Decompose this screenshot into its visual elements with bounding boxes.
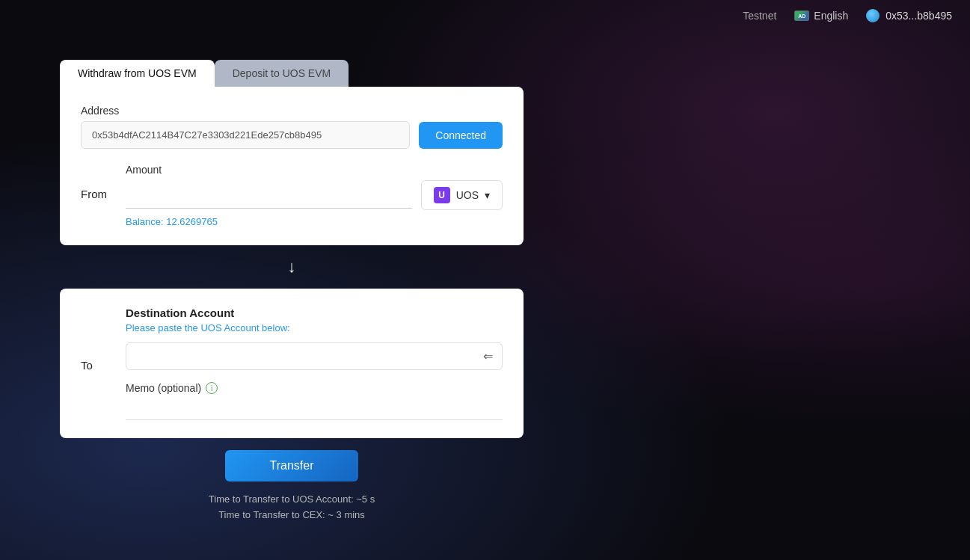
main-content: Withdraw from UOS EVM Deposit to UOS EVM… xyxy=(60,60,524,523)
address-label: Address xyxy=(81,105,503,117)
language-label: English xyxy=(814,10,848,22)
arrow-down: ↓ xyxy=(60,245,524,289)
from-content: Amount U UOS ▾ Balance: 12.6269765 xyxy=(126,164,503,227)
language-icon: AD xyxy=(794,10,809,21)
memo-input[interactable] xyxy=(126,399,503,420)
tab-withdraw[interactable]: Withdraw from UOS EVM xyxy=(60,60,215,87)
transfer-button[interactable]: Transfer xyxy=(225,450,359,481)
wallet-address[interactable]: 0x53...b8b495 xyxy=(866,9,952,22)
network-label: Testnet xyxy=(743,10,776,22)
dest-title: Destination Account xyxy=(126,307,503,319)
info-icon[interactable]: i xyxy=(206,382,218,394)
address-input[interactable] xyxy=(81,121,410,149)
tab-bar: Withdraw from UOS EVM Deposit to UOS EVM xyxy=(60,60,524,87)
to-label: To xyxy=(81,307,126,420)
from-label: From xyxy=(81,164,126,227)
wallet-address-text: 0x53...b8b495 xyxy=(885,10,952,22)
amount-row: U UOS ▾ xyxy=(126,180,503,210)
address-row: Connected xyxy=(81,121,503,149)
connected-button[interactable]: Connected xyxy=(419,122,503,149)
time-cex-text: Time to Transfer to CEX: ~ 3 mins xyxy=(209,508,375,523)
amount-label: Amount xyxy=(126,164,503,176)
token-selector[interactable]: U UOS ▾ xyxy=(421,180,503,210)
from-section: From Amount U UOS ▾ Balance: 12.6269765 xyxy=(81,164,503,227)
from-card: Address Connected From Amount U UOS ▾ xyxy=(60,87,524,245)
to-card: To Destination Account Please paste the … xyxy=(60,289,524,438)
top-nav: Testnet AD English 0x53...b8b495 xyxy=(725,0,970,31)
to-content: Destination Account Please paste the UOS… xyxy=(126,307,503,420)
balance-text: Balance: 12.6269765 xyxy=(126,216,503,227)
time-uos-text: Time to Transfer to UOS Account: ~5 s xyxy=(209,492,375,508)
transfer-info: Time to Transfer to UOS Account: ~5 s Ti… xyxy=(209,492,375,523)
destination-input[interactable] xyxy=(135,351,483,363)
to-section: To Destination Account Please paste the … xyxy=(81,307,503,420)
tab-deposit[interactable]: Deposit to UOS EVM xyxy=(215,60,349,87)
wallet-dot-icon xyxy=(866,9,880,22)
dest-input-row: ⇐ xyxy=(126,342,503,370)
dest-subtitle: Please paste the UOS Account below: xyxy=(126,322,503,333)
transfer-section: Transfer Time to Transfer to UOS Account… xyxy=(60,450,524,523)
amount-input[interactable] xyxy=(126,182,412,209)
memo-label: Memo (optional) xyxy=(126,382,201,394)
memo-row: Memo (optional) i xyxy=(126,382,503,394)
paste-icon[interactable]: ⇐ xyxy=(483,349,493,363)
uos-icon: U xyxy=(434,187,450,203)
language-selector[interactable]: AD English xyxy=(794,10,848,22)
